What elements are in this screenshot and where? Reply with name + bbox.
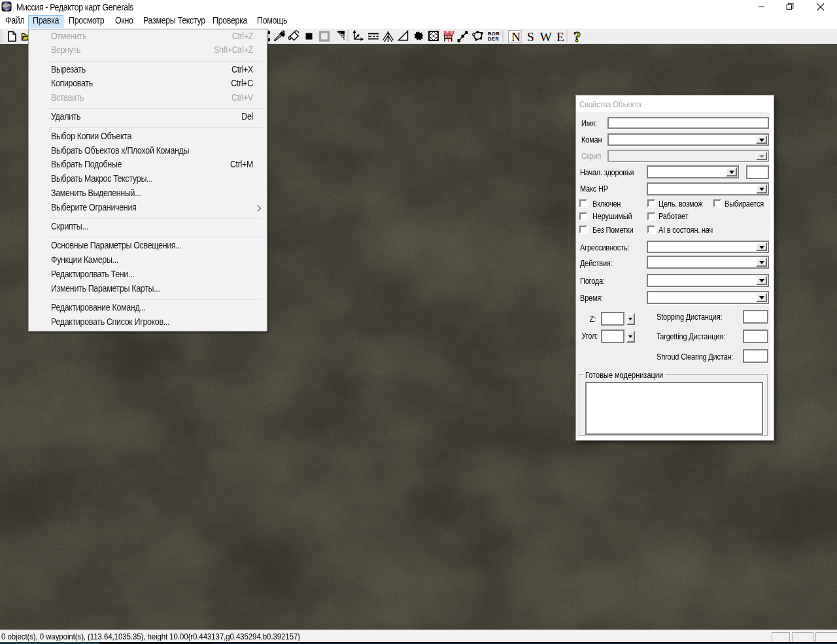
svg-text:list: list: [446, 34, 453, 39]
svg-text:E: E: [556, 30, 564, 44]
svg-text:N: N: [511, 30, 521, 44]
svg-text:W: W: [540, 30, 553, 44]
svg-text:S: S: [527, 30, 534, 44]
svg-text:?: ?: [573, 29, 581, 44]
svg-text:DER: DER: [488, 36, 500, 42]
